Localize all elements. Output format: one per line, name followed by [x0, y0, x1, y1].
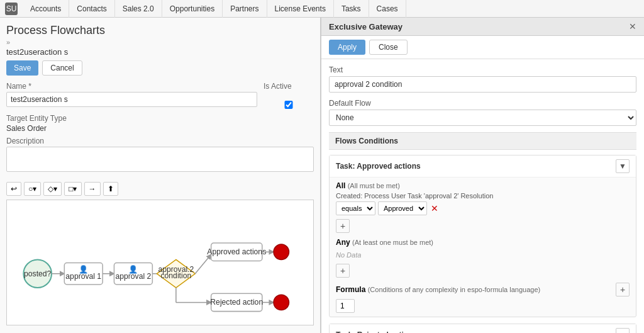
nav-license-events[interactable]: License Events	[267, 0, 334, 18]
all-section: All (All must be met) Created: Process U…	[336, 181, 630, 233]
svg-point-20	[274, 244, 289, 259]
arrow-icon: →	[89, 184, 96, 193]
name-group: Name *	[6, 82, 257, 109]
task-rejected-block: Task: Rejected action ▲ All (All must be…	[329, 324, 636, 333]
task-approved-title: Task: Approved actions	[336, 162, 421, 171]
shape-circle-button[interactable]: ○▾	[24, 182, 41, 196]
dialog-header: Exclusive Gateway ✕	[321, 18, 644, 36]
svg-text:condition: condition	[161, 271, 192, 280]
top-navigation: SU Accounts Contacts Sales 2.0 Opportuni…	[0, 0, 644, 18]
breadcrumb: »	[6, 38, 314, 46]
flowchart-toolbar: ↩ ○▾ ◇▾ □▾ → ⬆	[6, 182, 314, 196]
formula-label: Formula (Conditions of any complexity in…	[336, 285, 540, 294]
main-area: Process Flowcharts » test2useraction s S…	[0, 18, 644, 333]
apply-button[interactable]: Apply	[329, 40, 365, 55]
diamond-icon: ◇▾	[48, 184, 57, 193]
flows-conditions-header: Flows Conditions	[329, 132, 636, 150]
target-entity-group: Target Entity Type Sales Order	[6, 114, 314, 133]
move-up-button[interactable]: ▲	[616, 328, 630, 333]
page-title: Process Flowcharts	[6, 24, 314, 37]
action-buttons: Save Cancel	[6, 60, 314, 76]
close-dialog-button[interactable]: Close	[369, 40, 408, 55]
svg-text:approval 1: approval 1	[65, 272, 101, 281]
nav-sales[interactable]: Sales 2.0	[115, 0, 162, 18]
text-field-label: Text	[329, 65, 636, 74]
undo-button[interactable]: ↩	[6, 182, 21, 196]
svg-text:Rejected action: Rejected action	[210, 298, 263, 307]
rect-icon: □▾	[69, 184, 77, 193]
svg-text:approval 2: approval 2	[115, 272, 151, 281]
add-formula-button[interactable]: +	[616, 283, 630, 296]
left-panel: Process Flowcharts » test2useraction s S…	[0, 18, 321, 333]
dialog-body: Text Default Flow None Flows Conditions …	[321, 59, 644, 333]
shape-diamond-button[interactable]: ◇▾	[43, 182, 62, 196]
move-down-button[interactable]: ▼	[616, 159, 630, 173]
name-label: Name *	[6, 82, 257, 91]
shape-rect-button[interactable]: □▾	[64, 182, 81, 196]
export-button[interactable]: ⬆	[103, 182, 118, 196]
nav-items: Accounts Contacts Sales 2.0 Opportunitie…	[23, 0, 406, 18]
dialog-close-button[interactable]: ✕	[629, 21, 636, 31]
any-section: Any (At least one must be met) No Data +	[336, 238, 630, 278]
description-input[interactable]	[6, 147, 314, 172]
target-entity-label: Target Entity Type	[6, 114, 314, 123]
task-approved-block: Task: Approved actions ▼ All (All must b…	[329, 155, 636, 317]
dialog-panel: Exclusive Gateway ✕ Apply Close Text Def…	[321, 18, 644, 333]
remove-approved-condition-button[interactable]: ✕	[430, 203, 440, 213]
svg-text:Approved actions: Approved actions	[207, 247, 266, 256]
any-no-data: No Data	[336, 249, 630, 261]
is-active-group: Is Active	[264, 82, 314, 109]
task-approved-header: Task: Approved actions ▼	[330, 155, 636, 178]
default-flow-label: Default Flow	[329, 99, 636, 108]
any-label: Any (At least one must be met)	[336, 238, 433, 247]
name-row: Name * Is Active	[6, 82, 314, 109]
save-button[interactable]: Save	[6, 60, 38, 76]
nav-opportunities[interactable]: Opportunities	[162, 0, 223, 18]
svg-line-14	[195, 254, 211, 273]
dialog-actions: Apply Close	[321, 36, 644, 59]
default-flow-select[interactable]: None	[329, 110, 636, 126]
svg-point-24	[274, 295, 289, 310]
default-flow-group: Default Flow None	[329, 99, 636, 126]
all-label: All (All must be met)	[336, 181, 400, 190]
description-group: Description	[6, 137, 314, 177]
add-all-condition-button[interactable]: +	[336, 219, 350, 233]
name-input[interactable]	[6, 92, 257, 107]
dialog-title: Exclusive Gateway	[329, 22, 402, 31]
nav-contacts[interactable]: Contacts	[69, 0, 114, 18]
text-input[interactable]	[329, 76, 636, 93]
is-active-label: Is Active	[264, 82, 314, 91]
formula-value: 1	[336, 299, 355, 313]
arrow-button[interactable]: →	[84, 182, 101, 196]
approved-value-select[interactable]: Approved	[378, 201, 427, 215]
approved-equals-select[interactable]: equals	[336, 201, 375, 215]
flowchart-canvas[interactable]: posted? 👤 approval 1 👤 approval 2 approv…	[6, 200, 314, 325]
nav-cases[interactable]: Cases	[369, 0, 406, 18]
nav-accounts[interactable]: Accounts	[23, 0, 69, 18]
undo-icon: ↩	[11, 184, 17, 193]
export-icon: ⬆	[108, 184, 114, 193]
entity-name: test2useraction s	[6, 47, 314, 57]
nav-partners[interactable]: Partners	[223, 0, 267, 18]
approved-condition-row: equals Approved ✕	[336, 201, 630, 215]
add-any-condition-button[interactable]: +	[336, 264, 350, 278]
created-label: Created: Process User Task 'approval 2' …	[336, 192, 630, 200]
is-active-checkbox[interactable]	[264, 101, 314, 109]
nav-tasks[interactable]: Tasks	[334, 0, 369, 18]
description-label: Description	[6, 137, 314, 145]
text-field-group: Text	[329, 65, 636, 93]
task-rejected-header: Task: Rejected action ▲	[330, 324, 636, 333]
formula-section: Formula (Conditions of any complexity in…	[336, 283, 630, 313]
cancel-button[interactable]: Cancel	[42, 60, 82, 76]
task-approved-body: All (All must be met) Created: Process U…	[330, 178, 636, 317]
target-entity-value: Sales Order	[6, 124, 314, 133]
svg-text:posted?: posted?	[24, 269, 51, 278]
app-logo: SU	[5, 3, 18, 15]
task-rejected-title: Task: Rejected action	[336, 330, 413, 333]
circle-icon: ○▾	[28, 184, 36, 193]
